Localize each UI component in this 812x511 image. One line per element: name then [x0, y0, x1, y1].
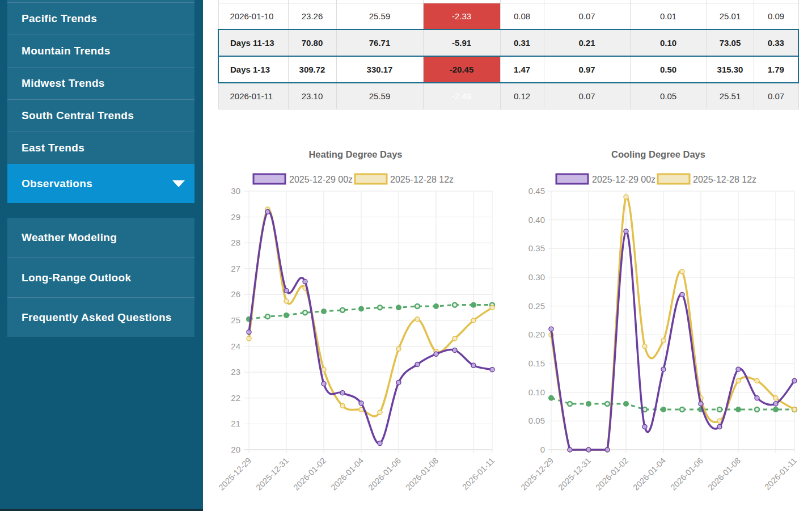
series-marker — [471, 363, 476, 368]
cell: 0.12 — [500, 83, 544, 109]
sidebar-item-midwest-trends[interactable]: Midwest Trends — [7, 67, 194, 99]
y-axis-tick-label: 21 — [231, 419, 240, 428]
series-marker — [434, 352, 438, 356]
cell: 0.31 — [500, 29, 544, 56]
series-marker — [680, 269, 684, 274]
legend-swatch — [355, 174, 387, 184]
sidebar-item-observations[interactable]: Observations — [7, 164, 194, 203]
cell: -2.33 — [423, 3, 500, 30]
normal-marker — [321, 309, 327, 314]
cell: 0.97 — [544, 56, 630, 83]
series-marker — [624, 195, 628, 199]
cell: 0.33 — [754, 29, 798, 56]
normal-marker — [452, 303, 457, 307]
normal-marker — [415, 304, 420, 309]
cell: 0.21 — [544, 29, 630, 56]
sidebar-item-mountain-trends[interactable]: Mountain Trends — [7, 35, 194, 67]
series-marker — [247, 336, 251, 341]
series-marker — [549, 327, 553, 331]
x-axis-tick-label: 2026-01-02 — [594, 456, 630, 492]
normal-marker — [433, 303, 439, 309]
sidebar-item-label: East Trends — [22, 142, 84, 154]
series-marker — [736, 367, 741, 371]
normal-marker — [661, 407, 666, 412]
cell: 330.17 — [336, 56, 423, 83]
cell: 0.09 — [754, 3, 798, 30]
sidebar-item-weather-modeling[interactable]: Weather Modeling — [7, 218, 194, 257]
cell: 0.10 — [630, 29, 707, 56]
series-marker — [661, 338, 666, 343]
series-marker — [415, 317, 420, 322]
series-marker — [717, 424, 722, 429]
series-marker — [605, 447, 610, 452]
row-label: 2026-01-11 — [218, 83, 288, 109]
legend-item-2025-12-29-00z[interactable]: 2025-12-29 00z — [253, 174, 353, 184]
normal-marker — [396, 305, 401, 310]
normal-marker — [378, 305, 382, 310]
series-marker — [568, 447, 572, 452]
cell: 23.26 — [288, 3, 336, 30]
legend-label: 2025-12-28 12z — [693, 175, 756, 184]
series-marker — [378, 441, 382, 446]
y-axis-tick-label: 0.25 — [528, 301, 545, 311]
chevron-down-icon — [172, 180, 185, 187]
normal-marker — [680, 407, 684, 412]
legend-label: 2025-12-28 12z — [390, 175, 454, 184]
legend-item-2025-12-28-12z[interactable]: 2025-12-28 12z — [355, 174, 454, 184]
sidebar-item-label: South Central Trends — [22, 109, 134, 122]
series-marker — [490, 368, 494, 372]
x-axis-tick-label: 2026-01-06 — [669, 456, 705, 492]
normal-marker — [265, 314, 270, 319]
legend-item-2025-12-28-12z[interactable]: 2025-12-28 12z — [658, 174, 756, 184]
series-marker — [322, 368, 326, 372]
y-axis-tick-label: 0.30 — [528, 272, 545, 282]
normal-marker — [548, 395, 554, 401]
y-axis-tick-label: 0.10 — [528, 387, 545, 397]
legend-swatch — [658, 174, 690, 184]
x-axis-tick-label: 2025-12-31 — [254, 456, 290, 492]
cell: 0.07 — [544, 83, 630, 109]
series-line-2025-12-29-00z — [249, 212, 492, 444]
cell: 25.59 — [336, 83, 423, 109]
series-marker — [642, 344, 647, 349]
sidebar-item-pacific-trends[interactable]: Pacific Trends — [7, 2, 194, 35]
cell: 315.30 — [707, 56, 754, 83]
series-marker — [303, 280, 307, 284]
table-row-2026-01-10: 2026-01-1023.2625.59-2.330.080.070.0125.… — [218, 3, 798, 30]
series-marker — [247, 330, 251, 335]
normal-marker — [303, 310, 307, 315]
cell: 0.08 — [500, 3, 544, 30]
legend-item-2025-12-29-00z[interactable]: 2025-12-29 00z — [556, 174, 655, 184]
series-marker — [792, 407, 797, 412]
cell: 23.10 — [288, 83, 336, 109]
cell: -5.91 — [423, 29, 500, 56]
series-marker — [452, 336, 457, 341]
y-axis-tick-label: 0.20 — [528, 330, 545, 339]
cell: 0.05 — [630, 83, 707, 109]
y-axis-tick-label: 26 — [231, 289, 240, 299]
sidebar-bottom-edge — [0, 509, 203, 511]
normal-marker — [623, 401, 629, 407]
legend-swatch — [556, 174, 588, 184]
sidebar-item-long-range-outlook[interactable]: Long-Range Outlook — [7, 257, 194, 297]
sidebar-item-frequently-asked-questions[interactable]: Frequently Asked Questions — [7, 297, 194, 337]
sidebar-nav-group-regions: Pacific TrendsMountain TrendsMidwest Tre… — [7, 2, 194, 203]
series-marker — [490, 305, 494, 310]
cell: 76.71 — [336, 29, 423, 56]
cell: -2.49 — [423, 83, 500, 109]
series-marker — [471, 318, 476, 323]
sidebar-item-label: Pacific Trends — [22, 12, 97, 25]
cell: -20.45 — [423, 56, 500, 83]
series-marker — [284, 299, 289, 303]
y-axis-tick-label: 25 — [231, 315, 240, 325]
table-row-days-1-13: Days 1-13309.72330.17-20.451.470.970.503… — [218, 56, 798, 83]
series-marker — [773, 396, 778, 400]
sidebar-item-east-trends[interactable]: East Trends — [7, 132, 194, 164]
sidebar-item-south-central-trends[interactable]: South Central Trends — [7, 99, 194, 132]
sidebar-item-label: Midwest Trends — [22, 77, 105, 90]
x-axis-tick-label: 2026-01-08 — [404, 456, 440, 492]
series-marker — [755, 378, 759, 383]
page: Pacific TrendsMountain TrendsMidwest Tre… — [0, 0, 812, 511]
sidebar-item-label: Long-Range Outlook — [22, 272, 131, 284]
y-axis-tick-label: 0.40 — [528, 215, 545, 225]
